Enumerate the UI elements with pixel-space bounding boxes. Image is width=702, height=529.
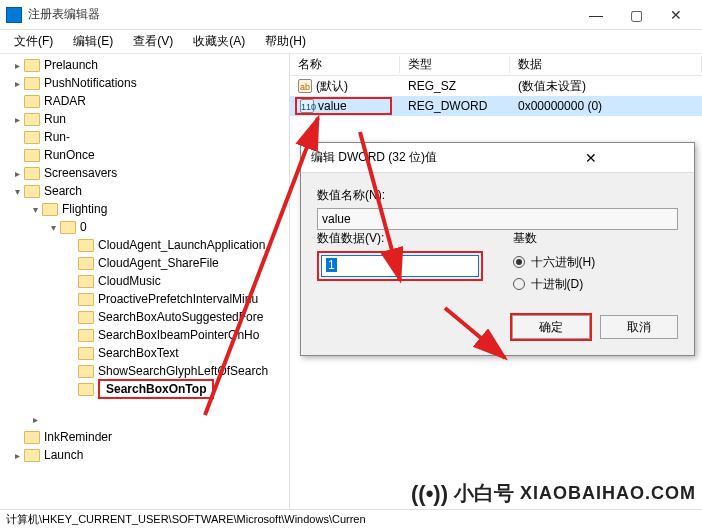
tree-item[interactable]: InkReminder	[44, 430, 112, 444]
col-name[interactable]: 名称	[290, 56, 400, 73]
menu-bar: 文件(F) 编辑(E) 查看(V) 收藏夹(A) 帮助(H)	[0, 30, 702, 54]
radio-dec[interactable]: 十进制(D)	[513, 273, 679, 295]
title-bar: 注册表编辑器 — ▢ ✕	[0, 0, 702, 30]
radio-hex[interactable]: 十六进制(H)	[513, 251, 679, 273]
menu-file[interactable]: 文件(F)	[4, 31, 63, 52]
value-data: (数值未设置)	[510, 78, 594, 95]
window-title: 注册表编辑器	[28, 6, 576, 23]
menu-edit[interactable]: 编辑(E)	[63, 31, 123, 52]
chevron-right-icon[interactable]: ▸	[10, 448, 24, 462]
close-button[interactable]: ✕	[656, 1, 696, 29]
wifi-icon: ((•))	[411, 481, 448, 507]
value-name: value	[318, 99, 347, 113]
values-header: 名称 类型 数据	[290, 54, 702, 76]
binary-value-icon: 110	[300, 99, 314, 113]
folder-icon	[24, 149, 40, 162]
tree-item[interactable]: SearchBoxAutoSuggestedFore	[98, 310, 263, 324]
value-data-label: 数值数据(V):	[317, 230, 483, 247]
maximize-button[interactable]: ▢	[616, 1, 656, 29]
folder-icon	[78, 347, 94, 360]
folder-icon	[78, 329, 94, 342]
dialog-title: 编辑 DWORD (32 位)值	[311, 149, 498, 166]
folder-icon	[24, 113, 40, 126]
radio-dot-icon	[513, 278, 525, 290]
tree-item[interactable]: SearchBoxText	[98, 346, 179, 360]
chevron-right-icon[interactable]: ▸	[10, 112, 24, 126]
folder-icon	[42, 203, 58, 216]
tree-item[interactable]: ProactivePrefetchIntervalMinu	[98, 292, 258, 306]
tree-item[interactable]: CloudMusic	[98, 274, 161, 288]
value-data: 0x00000000 (0)	[510, 99, 610, 113]
chevron-down-icon[interactable]: ▾	[10, 184, 24, 198]
tree-pane[interactable]: ▸Prelaunch ▸PushNotifications RADAR ▸Run…	[0, 54, 290, 509]
chevron-down-icon[interactable]: ▾	[46, 220, 60, 234]
value-name: (默认)	[316, 78, 348, 95]
value-data-highlight: 1	[317, 251, 483, 281]
app-icon	[6, 7, 22, 23]
value-type: REG_SZ	[400, 79, 510, 93]
tree-item[interactable]: CloudAgent_ShareFile	[98, 256, 219, 270]
folder-icon	[24, 185, 40, 198]
tree-item-searchboxontop[interactable]: SearchBoxOnTop	[98, 379, 214, 399]
folder-icon	[78, 293, 94, 306]
tree-item[interactable]: Flighting	[62, 202, 107, 216]
dialog-close-button[interactable]: ✕	[498, 150, 685, 166]
menu-help[interactable]: 帮助(H)	[255, 31, 316, 52]
radio-dot-icon	[513, 256, 525, 268]
status-bar: 计算机\HKEY_CURRENT_USER\SOFTWARE\Microsoft…	[0, 509, 702, 529]
string-value-icon: ab	[298, 79, 312, 93]
minimize-button[interactable]: —	[576, 1, 616, 29]
value-name-input[interactable]	[317, 208, 678, 230]
folder-icon	[24, 131, 40, 144]
tree-item[interactable]: Launch	[44, 448, 83, 462]
tree-item[interactable]: RunOnce	[44, 148, 95, 162]
chevron-right-icon[interactable]: ▸	[28, 412, 42, 426]
folder-icon	[78, 383, 94, 396]
col-type[interactable]: 类型	[400, 56, 510, 73]
value-name-label: 数值名称(N):	[317, 187, 678, 204]
tree-item[interactable]: 0	[80, 220, 87, 234]
value-row-default[interactable]: ab (默认) REG_SZ (数值未设置)	[290, 76, 702, 96]
tree-item[interactable]: CloudAgent_LaunchApplication	[98, 238, 265, 252]
folder-icon	[24, 431, 40, 444]
edit-dword-dialog: 编辑 DWORD (32 位)值 ✕ 数值名称(N): 数值数据(V): 1 基…	[300, 142, 695, 356]
tree-item[interactable]: Prelaunch	[44, 58, 98, 72]
base-label: 基数	[513, 230, 679, 247]
value-data-input[interactable]: 1	[321, 255, 479, 277]
folder-icon	[24, 167, 40, 180]
tree-item-search[interactable]: Search	[44, 184, 82, 198]
folder-icon	[60, 221, 76, 234]
tree-item[interactable]: SearchBoxIbeamPointerOnHo	[98, 328, 259, 342]
tree-item[interactable]: Run	[44, 112, 66, 126]
folder-icon	[24, 77, 40, 90]
ok-button[interactable]: 确定	[512, 315, 590, 339]
tree-item[interactable]: RADAR	[44, 94, 86, 108]
folder-icon	[78, 365, 94, 378]
folder-icon	[24, 95, 40, 108]
col-data[interactable]: 数据	[510, 56, 702, 73]
menu-favorites[interactable]: 收藏夹(A)	[183, 31, 255, 52]
folder-icon	[78, 275, 94, 288]
chevron-right-icon[interactable]: ▸	[10, 58, 24, 72]
tree-item[interactable]: Run-	[44, 130, 70, 144]
dialog-titlebar[interactable]: 编辑 DWORD (32 位)值 ✕	[301, 143, 694, 173]
chevron-down-icon[interactable]: ▾	[28, 202, 42, 216]
cancel-button[interactable]: 取消	[600, 315, 678, 339]
menu-view[interactable]: 查看(V)	[123, 31, 183, 52]
value-row-value[interactable]: 110 value REG_DWORD 0x00000000 (0)	[290, 96, 702, 116]
folder-icon	[24, 59, 40, 72]
window-controls: — ▢ ✕	[576, 1, 696, 29]
value-type: REG_DWORD	[400, 99, 510, 113]
tree-item[interactable]: Screensavers	[44, 166, 117, 180]
chevron-right-icon[interactable]: ▸	[10, 166, 24, 180]
folder-icon	[78, 239, 94, 252]
folder-icon	[24, 449, 40, 462]
tree-item[interactable]: PushNotifications	[44, 76, 137, 90]
watermark-brand: ((•)) 小白号 XIAOBAIHAO.COM	[411, 480, 696, 507]
folder-icon	[78, 311, 94, 324]
chevron-right-icon[interactable]: ▸	[10, 76, 24, 90]
tree-item[interactable]: ShowSearchGlyphLeftOfSearch	[98, 364, 268, 378]
folder-icon	[78, 257, 94, 270]
